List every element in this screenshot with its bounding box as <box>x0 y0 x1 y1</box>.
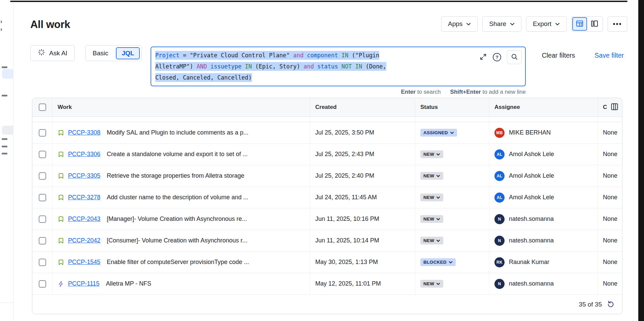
row-checkbox[interactable] <box>39 151 46 158</box>
hint-shift-text: to add a new line <box>481 89 526 95</box>
chevron-down-icon <box>510 23 515 26</box>
avatar: N <box>494 236 505 246</box>
chevron-down-icon <box>436 216 440 222</box>
search-button[interactable] <box>507 50 522 64</box>
sidebar-fragment-chevron[interactable]: › <box>0 19 6 25</box>
columns-icon <box>610 103 619 112</box>
clear-filters-button[interactable]: Clear filters <box>540 51 577 60</box>
save-filter-button[interactable]: Save filter <box>592 51 626 60</box>
table-view-icon <box>575 19 584 29</box>
jql-line: Closed, Canceled, Cancelled) <box>155 72 471 83</box>
table-view-button[interactable] <box>572 17 587 31</box>
extra-value: None <box>603 194 617 201</box>
row-checkbox[interactable] <box>39 237 46 244</box>
story-icon <box>58 259 64 266</box>
sidebar-fragment-stub-grey[interactable] <box>2 126 13 135</box>
hint-enter-text: to search <box>416 89 441 95</box>
extra-value: None <box>603 151 617 158</box>
story-icon <box>58 173 64 179</box>
issue-key[interactable]: PCCP-2043 <box>68 215 100 223</box>
row-checkbox[interactable] <box>39 259 46 266</box>
expand-button[interactable] <box>479 53 487 62</box>
row-checkbox[interactable] <box>39 129 46 137</box>
view-toggle-group <box>571 16 603 32</box>
share-button[interactable]: Share <box>482 16 521 32</box>
column-header-created[interactable]: Created <box>310 98 415 116</box>
ask-ai-label: Ask AI <box>49 50 67 57</box>
extra-value: None <box>603 237 617 244</box>
status-lozenge[interactable]: NEW <box>420 172 443 180</box>
extra-value: None <box>603 280 617 287</box>
export-button[interactable]: Export <box>526 16 567 32</box>
partial-row <box>32 117 622 122</box>
status-label: NEW <box>423 195 434 200</box>
status-lozenge[interactable]: NEW <box>420 194 443 201</box>
chevron-down-icon <box>436 152 440 157</box>
avatar: RK <box>494 257 505 267</box>
row-checkbox[interactable] <box>39 280 46 288</box>
sidebar-fragment-dash <box>2 95 7 96</box>
status-lozenge[interactable]: NEW <box>420 150 443 158</box>
search-hint: Enter to searchShift+Enter to add a new … <box>14 89 526 95</box>
table-header-row: Work Created Status Assignee C <box>32 98 622 117</box>
issue-key[interactable]: PCCP-1545 <box>68 259 100 266</box>
sidebar-sliver: ›› <box>0 2 13 321</box>
row-checkbox[interactable] <box>39 172 46 180</box>
issue-summary: Add cluster name to the description of v… <box>107 194 248 201</box>
issue-key[interactable]: PCCP-3278 <box>68 194 100 201</box>
status-lozenge[interactable]: BLOCKED <box>420 258 456 266</box>
status-label: NEW <box>423 173 434 178</box>
chevron-down-icon <box>436 238 440 243</box>
column-header-assignee[interactable]: Assignee <box>489 98 598 116</box>
apps-button[interactable]: Apps <box>441 16 478 32</box>
issue-summary: Enable filter of computeServer provision… <box>107 259 249 266</box>
status-lozenge[interactable]: NEW <box>420 215 443 223</box>
issue-key[interactable]: PCCP-2042 <box>68 237 100 244</box>
status-lozenge[interactable]: NEW <box>420 237 443 244</box>
created-value: Jul 25, 2025, 2:40 PM <box>315 172 374 179</box>
issue-key[interactable]: PCCP-1115 <box>68 280 99 287</box>
story-icon <box>58 237 64 244</box>
issue-summary: Create a standalone volume and export it… <box>107 151 248 158</box>
detail-view-button[interactable] <box>587 17 602 31</box>
configure-columns-button[interactable] <box>610 102 619 113</box>
assignee-name: MIKE BERHAN <box>509 129 551 136</box>
sidebar-fragment-chevron[interactable]: › <box>0 26 6 32</box>
help-button[interactable]: ? <box>493 53 501 61</box>
detail-view-icon <box>590 19 599 29</box>
refresh-icon <box>607 300 615 309</box>
column-header-status[interactable]: Status <box>415 98 489 116</box>
row-checkbox[interactable] <box>39 194 46 201</box>
assignee-name: Raunak Kumar <box>509 259 549 266</box>
help-icon: ? <box>493 53 501 61</box>
basic-mode-button[interactable]: Basic <box>86 50 115 57</box>
sidebar-fragment-dash <box>2 138 7 140</box>
jql-editor[interactable]: Project = "Private Cloud Control Plane" … <box>151 47 526 86</box>
avatar: N <box>494 214 505 224</box>
table-row: PCCP-1115 Alletra MP - NFS May 12, 2025,… <box>32 273 622 295</box>
hint-shift-key: Shift+Enter <box>450 89 481 95</box>
issue-key[interactable]: PCCP-3306 <box>68 151 100 158</box>
status-lozenge[interactable]: NEW <box>420 280 443 288</box>
refresh-button[interactable] <box>607 300 615 309</box>
issue-key[interactable]: PCCP-3305 <box>68 172 100 179</box>
more-actions-button[interactable]: ••• <box>608 16 627 32</box>
column-header-work[interactable]: Work <box>53 98 310 116</box>
select-all-checkbox[interactable] <box>39 104 46 111</box>
table-row: PCCP-3308 Modify SAL and Plugin to inclu… <box>32 122 622 144</box>
status-label: NEW <box>423 152 434 157</box>
row-checkbox[interactable] <box>39 215 46 223</box>
ask-ai-button[interactable]: Ask AI <box>30 45 75 61</box>
column-header-extra: C <box>603 104 610 111</box>
issue-key[interactable]: PCCP-3308 <box>68 129 100 136</box>
table-row: PCCP-3305 Retrieve the storage propertie… <box>32 165 622 187</box>
sidebar-fragment-stub-blue[interactable] <box>2 69 13 79</box>
status-label: BLOCKED <box>423 260 447 265</box>
status-lozenge[interactable]: ASSIGNED <box>420 129 457 137</box>
jql-mode-button[interactable]: JQL <box>116 47 140 59</box>
chevron-down-icon <box>555 23 560 26</box>
chevron-down-icon <box>449 260 453 265</box>
chevron-down-icon <box>436 281 440 286</box>
export-button-label: Export <box>533 20 551 28</box>
extra-value: None <box>603 259 617 266</box>
